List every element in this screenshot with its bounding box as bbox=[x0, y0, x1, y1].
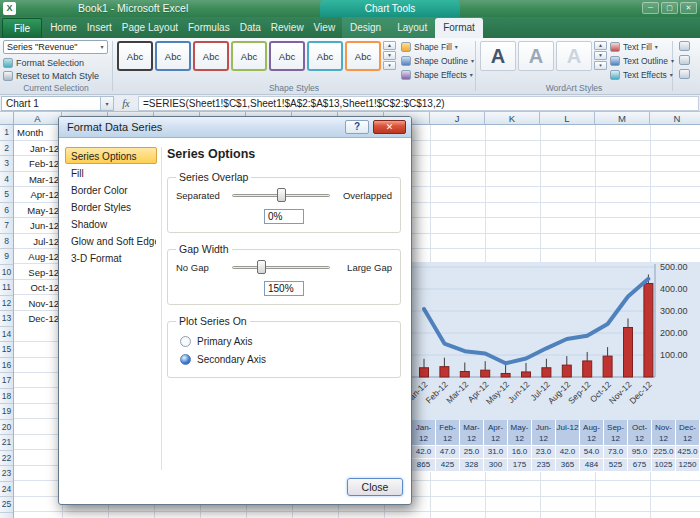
dialog-help-button[interactable]: ? bbox=[345, 120, 369, 134]
shape-style-thumb-5[interactable]: Abc bbox=[269, 41, 305, 71]
radio-option-secondary-axis[interactable]: Secondary Axis bbox=[180, 351, 392, 367]
shape-style-thumb-3[interactable]: Abc bbox=[193, 41, 229, 71]
shape-style-thumb-7[interactable]: Abc bbox=[345, 41, 381, 71]
row-header-15[interactable]: 15 bbox=[0, 342, 13, 358]
cell-a4[interactable]: Mar-12 bbox=[14, 172, 62, 188]
cell-a6[interactable]: May-12 bbox=[14, 203, 62, 219]
title-bar[interactable]: X Book1 - Microsoft Excel Chart Tools ─ … bbox=[0, 0, 700, 17]
row-header-24[interactable]: 24 bbox=[0, 482, 13, 498]
column-header-k[interactable]: K bbox=[485, 112, 540, 125]
row-header-6[interactable]: 6 bbox=[0, 203, 13, 219]
tab-layout[interactable]: Layout bbox=[389, 17, 435, 38]
chart-plot[interactable]: 500.00400.00300.00200.00100.00Jan-12Feb-… bbox=[412, 262, 700, 420]
row-header-14[interactable]: 14 bbox=[0, 327, 13, 343]
chart-element-selector[interactable]: Series "Revenue" ▾ bbox=[3, 40, 108, 54]
dialog-nav-border-color[interactable]: Border Color bbox=[65, 181, 157, 198]
cell-a2[interactable]: Jan-12 bbox=[14, 141, 62, 157]
row-header-13[interactable]: 13 bbox=[0, 311, 13, 327]
dialog-nav-glow-and-soft-edges[interactable]: Glow and Soft Edges bbox=[65, 232, 157, 249]
text-outline-button[interactable]: Text Outline▾ bbox=[610, 54, 670, 67]
name-box[interactable]: Chart 1 bbox=[1, 96, 101, 111]
gallery-up-icon[interactable]: ▲ bbox=[383, 41, 396, 50]
cell-a1[interactable]: Month bbox=[14, 125, 62, 141]
shape-fill-button[interactable]: Shape Fill▾ bbox=[401, 40, 473, 53]
row-header-8[interactable]: 8 bbox=[0, 234, 13, 250]
cell-a12[interactable]: Nov-12 bbox=[14, 296, 62, 312]
text-fill-button[interactable]: Text Fill▾ bbox=[610, 40, 670, 53]
dialog-title-bar[interactable]: Format Data Series ? ✕ bbox=[59, 117, 411, 138]
row-header-20[interactable]: 20 bbox=[0, 420, 13, 436]
dialog-close-icon[interactable]: ✕ bbox=[373, 120, 406, 134]
tab-view[interactable]: View bbox=[309, 17, 341, 38]
row-header-9[interactable]: 9 bbox=[0, 249, 13, 265]
row-header-7[interactable]: 7 bbox=[0, 218, 13, 234]
gallery-down-icon[interactable]: ▼ bbox=[383, 51, 396, 60]
row-header-2[interactable]: 2 bbox=[0, 141, 13, 157]
row-header-22[interactable]: 22 bbox=[0, 451, 13, 467]
select-all-corner[interactable] bbox=[0, 112, 14, 125]
reset-to-match-style-button[interactable]: Reset to Match Style bbox=[3, 70, 99, 82]
shape-style-thumb-4[interactable]: Abc bbox=[231, 41, 267, 71]
radio-option-primary-axis[interactable]: Primary Axis bbox=[180, 333, 392, 349]
column-header-m[interactable]: M bbox=[595, 112, 650, 125]
column-header-j[interactable]: J bbox=[430, 112, 485, 125]
cell-a10[interactable]: Sep-12 bbox=[14, 265, 62, 281]
cell-a7[interactable]: Jun-12 bbox=[14, 218, 62, 234]
dialog-nav-series-options[interactable]: Series Options bbox=[65, 147, 157, 164]
maximize-button[interactable]: ▢ bbox=[661, 2, 678, 14]
overlap-value-input[interactable]: 0% bbox=[264, 209, 304, 224]
cell-a9[interactable]: Aug-12 bbox=[14, 249, 62, 265]
row-header-10[interactable]: 10 bbox=[0, 265, 13, 281]
row-header-5[interactable]: 5 bbox=[0, 187, 13, 203]
shape-style-thumb-1[interactable]: Abc bbox=[117, 41, 153, 71]
row-header-16[interactable]: 16 bbox=[0, 358, 13, 374]
close-button[interactable]: ✕ bbox=[680, 2, 697, 14]
tab-home[interactable]: Home bbox=[45, 17, 82, 38]
format-selection-button[interactable]: Format Selection bbox=[3, 57, 84, 69]
minimize-button[interactable]: ─ bbox=[642, 2, 659, 14]
tab-design[interactable]: Design bbox=[342, 17, 389, 38]
tab-format[interactable]: Format bbox=[435, 18, 483, 38]
gap-slider-thumb[interactable] bbox=[257, 260, 266, 274]
tab-data[interactable]: Data bbox=[235, 17, 266, 38]
gap-slider[interactable] bbox=[232, 259, 330, 275]
cell-a8[interactable]: Jul-12 bbox=[14, 234, 62, 250]
shape-effects-button[interactable]: Shape Effects▾ bbox=[401, 68, 473, 81]
tab-insert[interactable]: Insert bbox=[82, 17, 117, 38]
dialog-nav-border-styles[interactable]: Border Styles bbox=[65, 198, 157, 215]
row-header-1[interactable]: 1 bbox=[0, 125, 13, 141]
row-header-11[interactable]: 11 bbox=[0, 280, 13, 296]
shape-style-thumb-6[interactable]: Abc bbox=[307, 41, 343, 71]
gallery-more-icon[interactable]: ▾ bbox=[594, 61, 607, 70]
send-backward-icon[interactable] bbox=[679, 55, 690, 65]
text-effects-button[interactable]: Text Effects▾ bbox=[610, 68, 670, 81]
wordart-style-thumb-2[interactable]: A bbox=[518, 41, 554, 71]
gallery-up-icon[interactable]: ▲ bbox=[594, 41, 607, 50]
cell-a11[interactable]: Oct-12 bbox=[14, 280, 62, 296]
wordart-style-thumb-3[interactable]: A bbox=[556, 41, 592, 71]
row-header-25[interactable]: 25 bbox=[0, 497, 13, 513]
row-header-3[interactable]: 3 bbox=[0, 156, 13, 172]
tab-review[interactable]: Review bbox=[266, 17, 309, 38]
shape-outline-button[interactable]: Shape Outline▾ bbox=[401, 54, 473, 67]
row-header-4[interactable]: 4 bbox=[0, 172, 13, 188]
name-box-dropdown-icon[interactable]: ▾ bbox=[101, 96, 114, 111]
column-header-l[interactable]: L bbox=[540, 112, 595, 125]
dialog-close-button[interactable]: Close bbox=[347, 478, 403, 496]
column-header-n[interactable]: N bbox=[650, 112, 700, 125]
row-header-18[interactable]: 18 bbox=[0, 389, 13, 405]
chart-object[interactable]: 500.00400.00300.00200.00100.00Jan-12Feb-… bbox=[412, 262, 700, 472]
row-header-12[interactable]: 12 bbox=[0, 296, 13, 312]
gallery-more-icon[interactable]: ▾ bbox=[383, 61, 396, 70]
tab-formulas[interactable]: Formulas bbox=[183, 17, 235, 38]
shape-style-thumb-2[interactable]: Abc bbox=[155, 41, 191, 71]
cell-a5[interactable]: Apr-12 bbox=[14, 187, 62, 203]
row-header-19[interactable]: 19 bbox=[0, 404, 13, 420]
wordart-style-thumb-1[interactable]: A bbox=[480, 41, 516, 71]
tab-page-layout[interactable]: Page Layout bbox=[117, 17, 183, 38]
column-header-a[interactable]: A bbox=[14, 112, 62, 125]
cell-a13[interactable]: Dec-12 bbox=[14, 311, 62, 327]
insert-function-icon[interactable]: fx bbox=[114, 98, 138, 109]
selection-pane-icon[interactable] bbox=[679, 69, 690, 79]
cell-a3[interactable]: Feb-12 bbox=[14, 156, 62, 172]
